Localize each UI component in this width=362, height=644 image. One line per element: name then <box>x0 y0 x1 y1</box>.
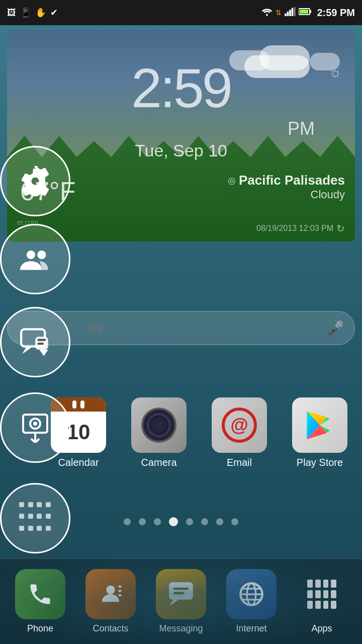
contacts-app[interactable]: Contacts <box>80 569 141 634</box>
svg-rect-22 <box>118 586 122 588</box>
svg-point-0 <box>266 15 268 16</box>
apps-drawer[interactable]: Apps <box>292 569 352 634</box>
svg-marker-26 <box>169 600 179 606</box>
page-dot-4-active[interactable] <box>169 517 178 526</box>
svg-point-19 <box>33 422 37 426</box>
widget-ampm: PM <box>288 118 315 139</box>
svg-rect-23 <box>118 590 122 592</box>
groups-button[interactable] <box>0 224 70 294</box>
page-dot-5[interactable] <box>186 518 193 525</box>
groups-icon <box>20 244 50 274</box>
widget-updated: 08/19/2013 12:03 PM ↻ <box>256 222 345 234</box>
camera-app[interactable]: Camera <box>124 397 194 468</box>
svg-point-10 <box>37 251 46 259</box>
search-input[interactable] <box>88 321 327 335</box>
microphone-icon[interactable]: 🎤 <box>327 320 344 337</box>
svg-rect-24 <box>118 594 122 596</box>
grid-icon <box>19 502 51 534</box>
updated-timestamp: 08/19/2013 12:03 PM <box>256 224 333 233</box>
settings-button[interactable] <box>0 146 70 216</box>
messaging-label: Messaging <box>159 623 203 634</box>
maps-button[interactable] <box>0 392 70 463</box>
svg-point-27 <box>240 583 262 605</box>
status-icons-right: ⇅ 2:59 PM <box>261 7 355 19</box>
checkmark-icon: ✔ <box>50 7 58 18</box>
internet-label: Internet <box>236 623 266 634</box>
refresh-icon[interactable]: ↻ <box>336 222 345 234</box>
apps-grid-button[interactable] <box>0 483 70 553</box>
page-dot-6[interactable] <box>201 518 208 525</box>
tablet-icon: 📱 <box>20 7 31 18</box>
data-transfer-icon: ⇅ <box>276 9 282 17</box>
svg-rect-7 <box>310 10 311 13</box>
location-pin-icon: ◎ <box>228 175 236 186</box>
bottom-dock: Phone Contacts <box>0 558 362 644</box>
svg-point-28 <box>247 583 255 605</box>
widget-clock: 2:59 <box>7 60 355 116</box>
hand-icon: ✋ <box>35 7 46 18</box>
svg-point-9 <box>27 251 35 259</box>
playstore-icon <box>292 397 347 453</box>
messages-button[interactable] <box>0 307 70 377</box>
signal-icon <box>285 7 296 19</box>
svg-rect-2 <box>287 12 289 16</box>
internet-icon <box>226 569 277 619</box>
page-dot-1[interactable] <box>124 518 131 525</box>
internet-app[interactable]: Internet <box>221 569 282 634</box>
page-dot-2[interactable] <box>139 518 146 525</box>
calendar-label: Calendar <box>58 457 99 468</box>
apps-icon <box>297 569 347 619</box>
photo-icon: 🖼 <box>7 8 16 18</box>
email-icon: @ <box>212 397 267 453</box>
messages-icon <box>20 327 50 357</box>
widget-location: ◎ Pacific Palisades Cloudy <box>228 173 345 201</box>
email-app[interactable]: @ Email <box>204 397 275 468</box>
main-screen: 2:59 PM ☼ Tue, Sep 10 67°F ◎ Pacific Pal… <box>0 25 362 644</box>
battery-icon <box>299 8 312 18</box>
play-triangle-icon <box>303 408 337 442</box>
camera-label: Camera <box>141 457 176 468</box>
messaging-app[interactable]: Messaging <box>151 569 211 634</box>
phone-label: Phone <box>27 623 53 634</box>
svg-marker-14 <box>40 350 48 356</box>
svg-rect-4 <box>292 8 294 16</box>
status-bar: 🖼 📱 ✋ ✔ ⇅ <box>0 0 362 25</box>
playstore-app[interactable]: Play Store <box>285 397 355 468</box>
status-icons-left: 🖼 📱 ✋ ✔ <box>7 7 58 18</box>
email-label: Email <box>227 457 252 468</box>
phone-icon <box>15 569 65 619</box>
page-dot-8[interactable] <box>231 518 238 525</box>
map-pin-icon <box>20 413 50 443</box>
playstore-label: Play Store <box>297 457 343 468</box>
svg-rect-8 <box>300 10 308 14</box>
svg-point-21 <box>106 586 115 594</box>
camera-icon <box>131 397 187 453</box>
apps-label: Apps <box>311 623 332 634</box>
page-dot-3[interactable] <box>154 518 161 525</box>
svg-rect-5 <box>294 7 296 16</box>
weather-description: Cloudy <box>228 188 345 201</box>
svg-marker-12 <box>22 347 33 354</box>
phone-app[interactable]: Phone <box>10 569 70 634</box>
svg-rect-25 <box>169 582 193 600</box>
svg-rect-3 <box>290 10 292 16</box>
clock-settings-icon[interactable]: ☼ <box>329 64 342 80</box>
messaging-icon <box>156 569 206 619</box>
gear-icon <box>20 166 50 196</box>
page-dot-7[interactable] <box>216 518 223 525</box>
wifi-icon <box>261 7 273 19</box>
status-time: 2:59 PM <box>317 7 355 19</box>
svg-rect-16 <box>37 343 44 345</box>
svg-rect-15 <box>37 339 46 341</box>
location-name: Pacific Palisades <box>239 173 345 188</box>
weather-widget: 2:59 PM ☼ Tue, Sep 10 67°F ◎ Pacific Pal… <box>7 30 355 242</box>
contacts-icon <box>85 569 136 619</box>
svg-rect-1 <box>285 13 287 16</box>
contacts-label: Contacts <box>93 623 128 634</box>
